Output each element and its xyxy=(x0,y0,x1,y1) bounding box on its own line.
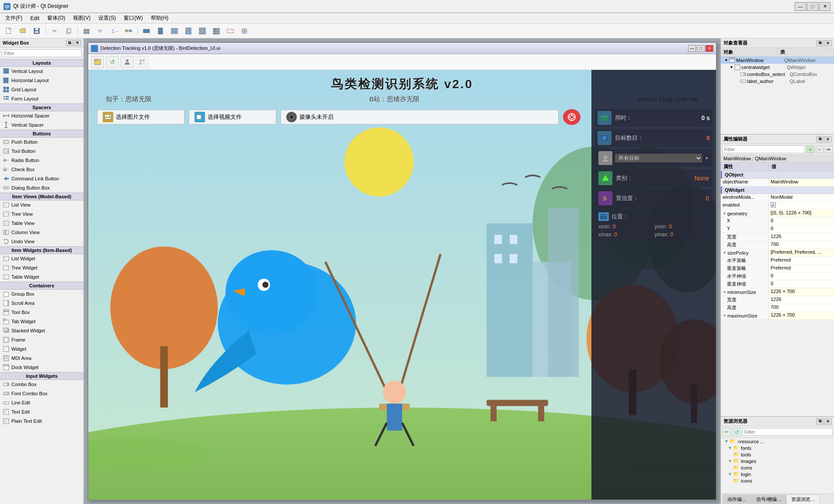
widget-item-horizontal-layout[interactable]: Horizontal Layout xyxy=(0,76,83,85)
prop-v-policy[interactable]: 垂直策略 Preferred xyxy=(721,265,834,273)
property-editor-float-button[interactable]: ⧉ xyxy=(817,136,824,142)
widget-item-command-link[interactable]: Command Link Button xyxy=(0,174,83,183)
prop-height[interactable]: 高度 700 xyxy=(721,241,834,249)
widget-item-tree-view[interactable]: Tree View xyxy=(0,210,83,219)
copy-button[interactable] xyxy=(63,25,75,37)
tab-order-button[interactable]: 1→ xyxy=(108,25,121,37)
widget-box-close-button[interactable]: ✕ xyxy=(74,40,81,46)
target-button[interactable] xyxy=(563,109,580,125)
app-minimize-button[interactable]: — xyxy=(688,45,696,52)
prop-objectname[interactable]: objectName MainWindow xyxy=(721,179,834,186)
widget-item-scroll-area[interactable]: Scroll Area xyxy=(0,299,83,308)
widget-item-mdi-area[interactable]: MDI Area xyxy=(0,354,83,363)
widget-item-stacked-widget[interactable]: Stacked Widget xyxy=(0,326,83,335)
prop-geometry[interactable]: ▼geometry [(0, 0), 1226 × 700] xyxy=(721,210,834,217)
menu-help[interactable]: 帮助(H) xyxy=(147,14,172,23)
widget-edit-button[interactable] xyxy=(80,25,93,37)
save-button[interactable] xyxy=(31,25,43,37)
widget-item-tree-widget[interactable]: Tree Widget xyxy=(0,263,83,273)
layout-v-button[interactable] xyxy=(154,25,167,37)
new-button[interactable] xyxy=(3,25,15,37)
widget-item-tool-button[interactable]: Tool Button xyxy=(0,147,83,156)
menu-window[interactable]: 窗口(W) xyxy=(120,14,146,23)
widget-box-float-button[interactable]: ⧉ xyxy=(66,40,73,46)
prop-h-policy[interactable]: 水平策略 Preferred xyxy=(721,257,834,265)
widget-item-frame[interactable]: Frame xyxy=(0,335,83,345)
maximize-button[interactable]: □ xyxy=(807,2,818,11)
resource-item-login[interactable]: ▼ 📁 login xyxy=(721,471,834,477)
adjust-size-button[interactable] xyxy=(238,25,250,37)
prop-width[interactable]: 宽度 1226 xyxy=(721,233,834,241)
close-button[interactable]: ✕ xyxy=(819,2,831,11)
layout-split-h-button[interactable] xyxy=(168,25,181,37)
tree-arrow-mainwindow[interactable]: ▼ xyxy=(724,58,728,62)
menu-view[interactable]: 视图(V) xyxy=(70,14,94,23)
buddy-button[interactable] xyxy=(122,25,135,37)
tree-item-mainwindow[interactable]: ▼ MainWindow QMainWindow xyxy=(721,57,834,64)
enabled-checkbox[interactable]: ✓ xyxy=(771,202,776,207)
cut-button[interactable]: ✂ xyxy=(49,25,61,37)
signal-slot-button[interactable]: ⟳ xyxy=(94,25,107,37)
widget-item-grid-layout[interactable]: Grid Layout xyxy=(0,85,83,94)
widget-item-list-view[interactable]: List View xyxy=(0,200,83,210)
property-edit-button[interactable]: ✏ xyxy=(825,145,833,153)
prop-windowmodality[interactable]: windowModa... NonModal xyxy=(721,194,834,202)
prop-minimumsize[interactable]: ▼minimumSize 1226 × 700 xyxy=(721,288,834,296)
tree-item-centralwidget[interactable]: ▼ centralwidget QWidget xyxy=(721,64,834,71)
widget-item-widget[interactable]: Widget xyxy=(0,345,83,354)
layout-grid-button[interactable] xyxy=(196,25,208,37)
minimize-button[interactable]: — xyxy=(795,2,806,11)
resource-item-images[interactable]: ▼ 📁 images xyxy=(721,458,834,464)
open-button[interactable] xyxy=(17,25,29,37)
app-user-button[interactable] xyxy=(121,56,134,68)
resource-item-icons1[interactable]: 📁 icons xyxy=(721,464,834,471)
prop-v-stretch[interactable]: 垂直伸缩 0 xyxy=(721,280,834,288)
widget-item-radio-button[interactable]: Radio Button xyxy=(0,156,83,165)
widget-item-form-layout[interactable]: Form Layout xyxy=(0,94,83,104)
widget-item-dock-widget[interactable]: Dock Widget xyxy=(0,363,83,372)
widget-item-group-box[interactable]: ▢ Group Box xyxy=(0,290,83,299)
resource-edit-button[interactable]: ✏ xyxy=(722,428,731,436)
widget-item-undo-view[interactable]: Undo View xyxy=(0,237,83,246)
widget-item-tool-box[interactable]: Tool Box xyxy=(0,308,83,317)
tree-item-combobox[interactable]: comboBox_select QComboBox xyxy=(721,71,834,78)
property-editor-close-button[interactable]: ✕ xyxy=(824,136,831,142)
menu-edit[interactable]: Edit xyxy=(27,14,43,22)
widget-item-dialog-button-box[interactable]: Dialog Button Box xyxy=(0,183,83,193)
resource-item-icons2[interactable]: 📁 icons xyxy=(721,477,834,484)
prop-h-stretch[interactable]: 水平伸缩 0 xyxy=(721,273,834,280)
property-remove-button[interactable]: − xyxy=(816,145,824,153)
menu-settings[interactable]: 设置(S) xyxy=(95,14,119,23)
property-add-button[interactable]: + xyxy=(806,145,814,153)
resource-browser-float-button[interactable]: ⧉ xyxy=(817,418,824,425)
break-layout-button[interactable] xyxy=(224,25,236,37)
object-inspector-float-button[interactable]: ⧉ xyxy=(817,40,824,46)
app-settings-button[interactable] xyxy=(136,56,149,68)
widget-item-line-edit[interactable]: Line Edit xyxy=(0,398,83,407)
widget-item-check-box[interactable]: Check Box xyxy=(0,165,83,174)
prop-min-height[interactable]: 高度 700 xyxy=(721,304,834,312)
resource-item-root[interactable]: ▼ 📁 <resource ... xyxy=(721,438,834,445)
property-filter-input[interactable] xyxy=(722,145,805,153)
app-close-button[interactable]: ✕ xyxy=(705,45,713,52)
prop-sizepolicy[interactable]: ▼sizePolicy [Preferred, Preferred, ... xyxy=(721,249,834,257)
menu-form[interactable]: 窗体(O) xyxy=(44,14,69,23)
app-open-button[interactable] xyxy=(91,56,104,68)
widget-item-plain-text-edit[interactable]: Plain Text Edit xyxy=(0,417,83,426)
widget-item-column-view[interactable]: Column View xyxy=(0,228,83,237)
resource-item-tools[interactable]: 📁 tools xyxy=(721,451,834,458)
widget-item-tab-widget[interactable]: Tab Widget xyxy=(0,317,83,326)
layout-split-v-button[interactable] xyxy=(182,25,195,37)
object-inspector-close-button[interactable]: ✕ xyxy=(824,40,831,46)
resource-item-fonts[interactable]: ▼ 📁 fonts xyxy=(721,445,834,451)
widget-item-font-combo-box[interactable]: A Font Combo Box xyxy=(0,389,83,398)
widget-filter-input[interactable] xyxy=(2,49,82,57)
resource-refresh-button[interactable]: ↺ xyxy=(732,428,741,436)
widget-item-table-widget[interactable]: Table Widget xyxy=(0,273,83,282)
tree-item-label[interactable]: label_author QLabel xyxy=(721,78,834,85)
tab-resources[interactable]: 资源浏览… xyxy=(786,494,820,504)
widget-item-v-spacer[interactable]: Vertical Spacer xyxy=(0,121,83,130)
widget-item-text-edit[interactable]: Text Edit xyxy=(0,407,83,417)
tab-signals[interactable]: 信号/槽编… xyxy=(751,494,786,504)
widget-item-table-view[interactable]: Table View xyxy=(0,219,83,228)
